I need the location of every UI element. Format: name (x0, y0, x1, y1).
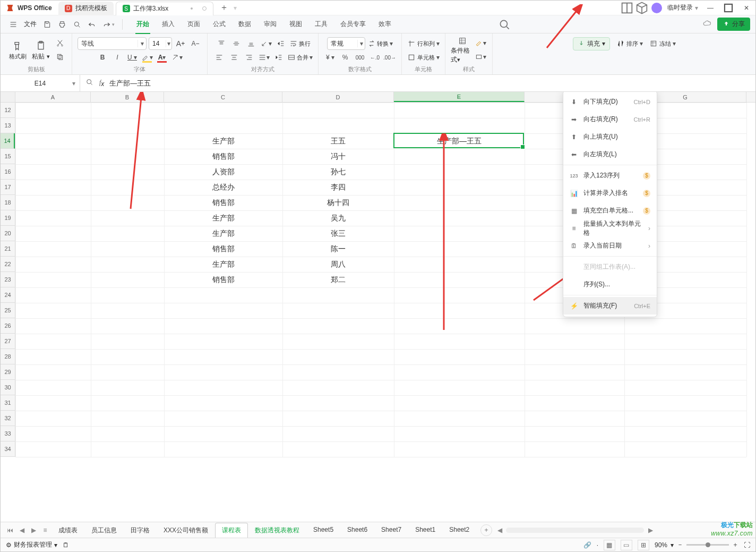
menu-smart-fill[interactable]: ⚡智能填充(F)Ctrl+E (563, 297, 657, 315)
ribbon-tab-4[interactable]: 数据 (237, 18, 252, 31)
decrease-font-icon[interactable]: A− (189, 37, 202, 50)
redo-icon[interactable]: ▾ (99, 18, 118, 31)
sheet-list-icon[interactable]: ≡ (40, 525, 50, 536)
menu-icon[interactable] (6, 18, 21, 31)
panel-icon[interactable] (620, 1, 634, 15)
tab-template[interactable]: D 找稻壳模板 (58, 2, 114, 15)
cell[interactable]: 王五 (282, 133, 394, 149)
zoom-icon[interactable] (85, 78, 94, 88)
sheet-tab[interactable]: Sheet1 (408, 523, 442, 538)
cell[interactable]: 孙七 (282, 164, 394, 180)
row-header[interactable]: 31 (1, 395, 15, 411)
sheet-tab[interactable]: 田字格 (124, 523, 157, 538)
table-style-icon[interactable]: ▾ (474, 50, 487, 63)
formula-input[interactable] (109, 79, 750, 87)
sheet-tab[interactable]: 成绩表 (51, 523, 84, 538)
conditional-format-button[interactable]: 条件格式▾ (451, 37, 474, 64)
ribbon-tab-5[interactable]: 审阅 (263, 18, 278, 31)
sheet-prev-icon[interactable]: ◀ (16, 525, 27, 536)
align-middle-icon[interactable] (230, 37, 243, 50)
menu-rank[interactable]: 📊计算并录入排名$ (563, 184, 657, 202)
cell[interactable]: 生产部—王五 (394, 133, 525, 149)
italic-icon[interactable]: I (111, 51, 124, 64)
col-header[interactable]: D (282, 92, 394, 102)
ribbon-tab-8[interactable]: 会员专享 (339, 18, 367, 31)
ribbon-tab-1[interactable]: 插入 (161, 18, 176, 31)
cell[interactable]: 销售部 (164, 272, 282, 287)
sort-button[interactable]: 排序▾ (616, 37, 643, 50)
col-header[interactable]: B (91, 92, 164, 102)
currency-icon[interactable]: ¥ ▾ (324, 51, 337, 64)
bold-icon[interactable]: B (96, 51, 109, 64)
minimize-button[interactable]: — (701, 1, 719, 15)
justify-icon[interactable]: ▾ (257, 51, 270, 64)
orientation-icon[interactable]: ▾ (260, 37, 272, 50)
highlight-color-icon[interactable]: ▾ (141, 51, 153, 64)
row-header[interactable]: 13 (1, 118, 15, 133)
cell[interactable]: 杨十四 (282, 195, 394, 210)
cell-button[interactable]: 单元格▾ (407, 51, 440, 64)
row-header[interactable]: 19 (1, 210, 15, 226)
align-bottom-icon[interactable] (245, 37, 257, 50)
cell[interactable]: 张三 (282, 226, 394, 241)
format-painter-button[interactable]: 格式刷 (6, 37, 29, 64)
menu-fill-down[interactable]: ⬇向下填充(D)Ctrl+D (563, 93, 657, 111)
zoom-control[interactable]: 90%▾ － ＋ (655, 540, 738, 549)
wrap-text-button[interactable]: 换行 (289, 37, 311, 50)
cut-icon[interactable] (54, 37, 66, 49)
share-button[interactable]: 分享 (717, 18, 750, 31)
copy-icon[interactable] (54, 50, 66, 63)
fill-button[interactable]: 填充 ▾ (573, 37, 610, 50)
cell[interactable]: 销售部 (164, 195, 282, 210)
cell[interactable]: 销售部 (164, 241, 282, 257)
cell[interactable]: 生产部 (164, 257, 282, 272)
row-header[interactable]: 32 (1, 411, 15, 426)
view-break-icon[interactable]: ⊞ (638, 540, 649, 550)
search-icon[interactable] (497, 18, 511, 31)
col-header[interactable]: E (394, 92, 525, 102)
menu-batch-text[interactable]: ≡批量插入文本到单元格› (563, 219, 657, 237)
row-header[interactable]: 23 (1, 272, 15, 287)
col-header[interactable]: C (164, 92, 282, 102)
row-header[interactable]: 18 (1, 195, 15, 210)
paste-button[interactable]: 粘贴 ▾ (29, 37, 53, 64)
preview-icon[interactable] (70, 18, 84, 31)
row-col-button[interactable]: 行和列▾ (407, 37, 440, 50)
user-avatar[interactable] (651, 3, 662, 13)
cell[interactable]: 陈一 (282, 241, 394, 257)
cell[interactable]: 总经办 (164, 180, 282, 195)
new-tab-button[interactable]: ＋ (218, 2, 230, 14)
align-left-icon[interactable] (213, 51, 226, 64)
convert-button[interactable]: 转换▾ (367, 37, 393, 50)
menu-fill-up[interactable]: ⬆向上填充(U) (563, 128, 657, 146)
sheet-tab[interactable]: Sheet6 (340, 523, 374, 538)
close-button[interactable]: ✕ (737, 1, 755, 15)
ribbon-tab-2[interactable]: 页面 (186, 18, 201, 31)
sheet-first-icon[interactable]: ⏮ (5, 525, 15, 536)
undo-icon[interactable] (84, 18, 99, 31)
menu-fill-blank[interactable]: ▦填充空白单元格...$ (563, 202, 657, 219)
row-header[interactable]: 15 (1, 149, 15, 164)
cell[interactable]: 吴九 (282, 210, 394, 226)
comma-icon[interactable]: 000 (354, 51, 366, 64)
ribbon-tab-9[interactable]: 效率 (377, 18, 392, 31)
cell[interactable]: 生产部 (164, 210, 282, 226)
file-menu[interactable]: 文件 (21, 18, 40, 31)
align-top-icon[interactable] (215, 37, 228, 50)
row-header[interactable]: 27 (1, 334, 15, 349)
tab-current-file[interactable]: S 工作簿3.xlsx (116, 2, 214, 15)
cell[interactable]: 生产部 (164, 133, 282, 149)
indent-increase-icon[interactable] (272, 51, 285, 64)
increase-decimal-icon[interactable]: ←.0 (368, 51, 381, 64)
font-color-icon[interactable]: A ▾ (156, 51, 168, 64)
cube-icon[interactable] (634, 1, 649, 15)
row-header[interactable]: 24 (1, 287, 15, 303)
maximize-button[interactable] (719, 1, 737, 15)
indent-decrease-icon[interactable] (274, 37, 287, 50)
select-all-corner[interactable] (1, 92, 15, 103)
sheet-tab[interactable]: Sheet7 (374, 523, 408, 538)
report-manager[interactable]: ⚙ 财务报表管理 ▾ (6, 540, 57, 549)
ribbon-tab-7[interactable]: 工具 (314, 18, 329, 31)
row-header[interactable]: 17 (1, 180, 15, 195)
cell[interactable]: 冯十 (282, 149, 394, 164)
